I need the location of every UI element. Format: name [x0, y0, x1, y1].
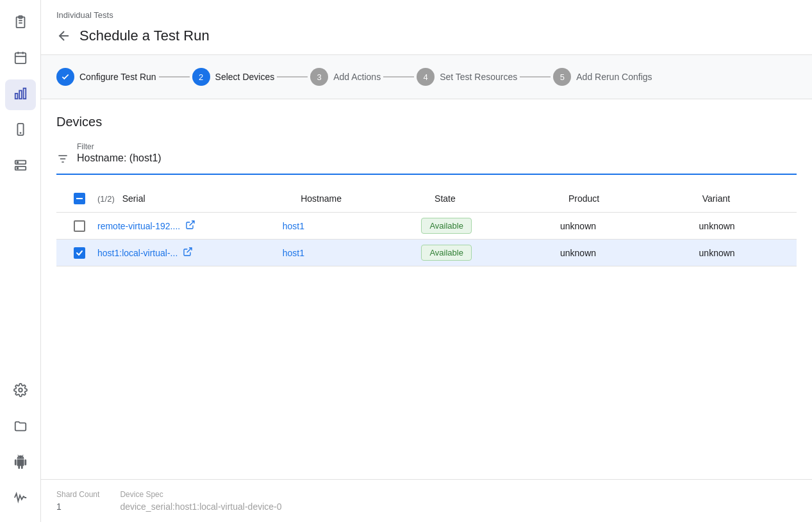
row1-serial-text: remote-virtual-192.... — [97, 221, 180, 231]
svg-line-23 — [190, 221, 194, 225]
row2-checkbox-wrap[interactable] — [62, 247, 97, 259]
filter-value: Hostname: (host1) — [77, 152, 797, 164]
step-4-label: Set Test Resources — [440, 72, 517, 82]
step-1-circle — [56, 68, 74, 86]
sidebar-item-settings[interactable] — [5, 376, 36, 407]
android-icon — [13, 455, 28, 472]
row1-product: unknown — [560, 221, 699, 231]
device-spec-field: Device Spec device_serial:host1:local-vi… — [120, 490, 797, 512]
table-header-row: (1/2) Serial Hostname State Product Vari… — [56, 185, 797, 213]
header-state: State — [435, 193, 568, 204]
selection-count: (1/2) — [97, 194, 115, 204]
svg-line-24 — [187, 248, 192, 252]
sidebar-item-folder[interactable] — [5, 412, 36, 443]
page-title: Schedule a Test Run — [79, 28, 210, 44]
row2-hostname-text: host1 — [283, 248, 304, 258]
sidebar-item-calendar[interactable] — [5, 44, 36, 74]
table-row[interactable]: host1:local-virtual-... host1 Available … — [56, 240, 797, 266]
step-3-circle: 3 — [310, 68, 328, 86]
filter-content: Filter Hostname: (host1) — [77, 142, 797, 164]
sidebar-item-clipboard[interactable] — [5, 8, 36, 38]
header-variant: Variant — [702, 193, 791, 204]
waveform-icon — [13, 491, 28, 508]
row2-external-link-icon[interactable] — [183, 247, 193, 259]
filter-area[interactable]: Filter Hostname: (host1) — [56, 142, 797, 175]
row2-hostname[interactable]: host1 — [283, 248, 422, 258]
sidebar-item-server[interactable] — [5, 151, 36, 182]
row1-external-link-icon[interactable] — [185, 220, 195, 232]
row2-serial[interactable]: host1:local-virtual-... — [97, 247, 283, 259]
svg-point-17 — [19, 388, 22, 392]
header-product: Product — [568, 193, 702, 204]
step-1-label: Configure Test Run — [79, 72, 156, 82]
clipboard-icon — [13, 15, 28, 32]
filter-icon — [56, 152, 69, 168]
row1-checkbox-wrap[interactable] — [62, 220, 97, 232]
row1-serial[interactable]: remote-virtual-192.... — [97, 220, 283, 232]
step-3: 3 Add Actions — [310, 68, 381, 86]
stepper: Configure Test Run 2 Select Devices 3 Ad… — [41, 55, 812, 99]
row1-state-badge: Available — [421, 218, 472, 234]
shard-count-value: 1 — [56, 502, 99, 512]
shard-count-label: Shard Count — [56, 490, 99, 499]
row1-hostname-text: host1 — [283, 221, 304, 231]
sidebar — [0, 0, 41, 522]
step-2-circle: 2 — [192, 68, 210, 86]
step-5-label: Add Rerun Configs — [576, 72, 652, 82]
row2-variant: unknown — [699, 248, 791, 258]
sidebar-item-phone[interactable] — [5, 115, 36, 146]
row1-variant: unknown — [699, 221, 791, 231]
table-row[interactable]: remote-virtual-192.... host1 Available u… — [56, 213, 797, 240]
step-2: 2 Select Devices — [192, 68, 275, 86]
row2-state: Available — [421, 245, 560, 261]
breadcrumb: Individual Tests — [41, 0, 812, 25]
connector-1-2 — [159, 76, 190, 77]
svg-rect-10 — [23, 88, 26, 99]
content-area: Devices Filter Hostname: (host1) — [41, 99, 812, 479]
step-5: 5 Add Rerun Configs — [553, 68, 652, 86]
connector-3-4 — [383, 76, 414, 77]
device-spec-label: Device Spec — [120, 490, 797, 499]
svg-rect-4 — [15, 53, 26, 63]
header-hostname: Hostname — [301, 193, 435, 204]
select-all-checkbox[interactable] — [74, 193, 85, 204]
bottom-bar: Shard Count 1 Device Spec device_serial:… — [41, 479, 812, 522]
row1-checkbox[interactable] — [74, 220, 85, 232]
sidebar-item-barchart[interactable] — [5, 79, 36, 110]
page-header: Schedule a Test Run — [41, 25, 812, 55]
row2-checkbox[interactable] — [74, 247, 85, 259]
svg-rect-8 — [15, 94, 17, 99]
sidebar-item-waveform[interactable] — [5, 484, 36, 514]
row2-state-badge: Available — [421, 245, 472, 261]
step-4: 4 Set Test Resources — [417, 68, 517, 86]
row1-state: Available — [421, 218, 560, 234]
step-4-circle: 4 — [417, 68, 435, 86]
sidebar-item-android[interactable] — [5, 448, 36, 478]
settings-icon — [13, 383, 28, 400]
server-icon — [13, 158, 28, 175]
calendar-icon — [13, 51, 28, 68]
phone-icon — [13, 122, 28, 140]
svg-rect-9 — [19, 90, 22, 99]
step-5-circle: 5 — [553, 68, 571, 86]
step-2-label: Select Devices — [215, 72, 275, 82]
devices-section-title: Devices — [56, 115, 797, 129]
connector-4-5 — [520, 76, 551, 77]
filter-label: Filter — [77, 142, 797, 151]
svg-point-16 — [17, 167, 18, 168]
main-content: Individual Tests Schedule a Test Run Con… — [41, 0, 812, 522]
row1-hostname[interactable]: host1 — [283, 221, 422, 231]
svg-rect-22 — [76, 198, 83, 199]
shard-count-field: Shard Count 1 — [56, 490, 99, 512]
bar-chart-icon — [13, 86, 28, 104]
device-spec-value: device_serial:host1:local-virtual-device… — [120, 502, 797, 512]
back-button[interactable] — [56, 28, 72, 44]
svg-point-15 — [17, 161, 18, 163]
row2-product: unknown — [560, 248, 699, 258]
header-serial: Serial — [122, 193, 301, 204]
devices-table: (1/2) Serial Hostname State Product Vari… — [56, 185, 797, 266]
connector-2-3 — [277, 76, 308, 77]
select-all-checkbox-wrap[interactable] — [62, 193, 97, 204]
step-3-label: Add Actions — [333, 72, 381, 82]
step-1: Configure Test Run — [56, 68, 156, 86]
